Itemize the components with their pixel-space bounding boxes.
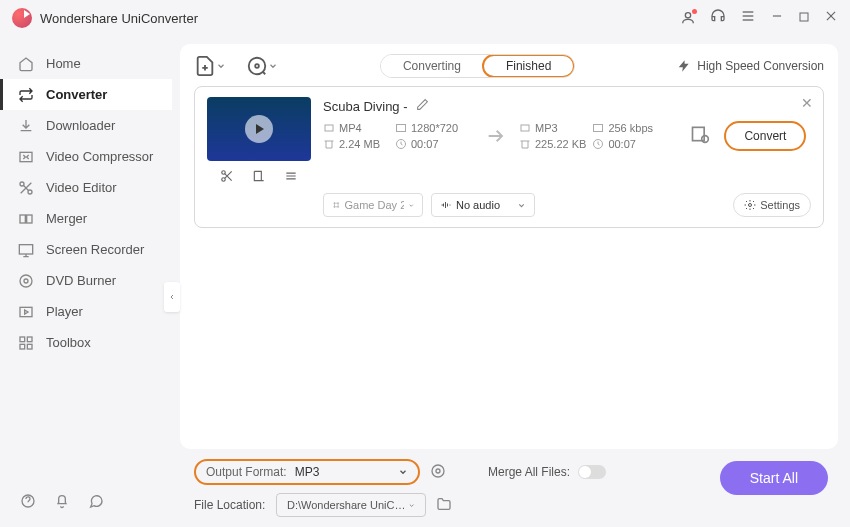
high-speed-text: High Speed Conversion (697, 59, 824, 73)
add-file-button[interactable] (194, 55, 226, 77)
output-settings-icon[interactable] (690, 124, 710, 148)
arrow-icon (485, 125, 507, 147)
src-res: 1280*720 (411, 122, 458, 134)
svg-rect-17 (20, 337, 25, 342)
sidebar-label: Downloader (46, 118, 115, 133)
sidebar-label: DVD Burner (46, 273, 116, 288)
sidebar-label: Player (46, 304, 83, 319)
sidebar-item-dvd[interactable]: DVD Burner (0, 265, 172, 296)
sidebar-label: Video Compressor (46, 149, 153, 164)
tool-icons (194, 55, 278, 77)
sidebar-label: Converter (46, 87, 107, 102)
svg-point-36 (749, 204, 752, 207)
sidebar-item-downloader[interactable]: Downloader (0, 110, 172, 141)
dst-bitrate: 256 kbps (608, 122, 653, 134)
svg-rect-29 (397, 125, 406, 132)
merge-toggle-group: Merge All Files: (488, 465, 606, 479)
sidebar-label: Screen Recorder (46, 242, 144, 257)
file-card: ✕ Scuba Diving - (194, 86, 824, 228)
settings-button[interactable]: Settings (733, 193, 811, 217)
file-location-value: D:\Wondershare UniConverter (287, 499, 408, 511)
sidebar-item-toolbox[interactable]: Toolbox (0, 327, 172, 358)
sidebar-item-recorder[interactable]: Screen Recorder (0, 234, 172, 265)
svg-point-14 (20, 275, 32, 287)
output-format-label: Output Format: (206, 465, 287, 479)
play-icon (245, 115, 273, 143)
footer-icons (20, 493, 104, 513)
account-icon[interactable] (680, 10, 696, 26)
notification-dot-icon (692, 9, 697, 14)
content: Converting Finished High Speed Conversio… (172, 36, 850, 527)
sidebar-item-compressor[interactable]: Video Compressor (0, 141, 172, 172)
tab-finished[interactable]: Finished (482, 54, 575, 78)
svg-rect-19 (20, 344, 25, 349)
sidebar-item-player[interactable]: Player (0, 296, 172, 327)
main-layout: Home Converter Downloader Video Compress… (0, 36, 850, 527)
svg-rect-16 (20, 307, 32, 316)
high-speed-label[interactable]: High Speed Conversion (677, 59, 824, 73)
svg-rect-20 (27, 344, 32, 349)
file-location-select[interactable]: D:\Wondershare UniConverter (276, 493, 426, 517)
output-format-value: MP3 (295, 465, 320, 479)
file-title: Scuba Diving - (323, 99, 408, 114)
crop-icon[interactable] (252, 169, 266, 187)
file-info: Scuba Diving - MP4 2.24 MB 1280*720 00:0… (323, 97, 811, 187)
svg-rect-32 (594, 125, 603, 132)
menu-icon[interactable] (740, 8, 756, 28)
subtitle-value: Game Day 201... (345, 199, 404, 211)
dst-format: MP3 (535, 122, 558, 134)
more-icon[interactable] (284, 169, 298, 187)
sidebar-label: Merger (46, 211, 87, 226)
svg-point-37 (432, 465, 444, 477)
audio-select[interactable]: No audio (431, 193, 535, 217)
meta-grid: MP4 2.24 MB 1280*720 00:07 MP3 225.22 KB (323, 121, 811, 151)
edit-title-icon[interactable] (416, 97, 429, 115)
feedback-icon[interactable] (88, 493, 104, 513)
tab-segment: Converting Finished (380, 54, 575, 78)
svg-rect-11 (20, 215, 25, 223)
trim-icon[interactable] (220, 169, 234, 187)
titlebar: Wondershare UniConverter (0, 0, 850, 36)
preview-icon[interactable] (430, 463, 446, 482)
tab-converting[interactable]: Converting (381, 55, 483, 77)
thumb-tools (207, 169, 311, 187)
src-dur: 00:07 (411, 138, 439, 150)
second-row: Game Day 201... No audio Settings (323, 193, 811, 217)
maximize-icon[interactable] (798, 9, 810, 27)
output-format-select[interactable]: Output Format: MP3 (194, 459, 420, 485)
settings-label: Settings (760, 199, 800, 211)
sidebar: Home Converter Downloader Video Compress… (0, 36, 172, 527)
minimize-icon[interactable] (770, 9, 784, 27)
notification-icon[interactable] (54, 493, 70, 513)
video-thumbnail[interactable] (207, 97, 311, 161)
collapse-sidebar-button[interactable] (164, 282, 180, 312)
svg-point-22 (255, 64, 259, 68)
sidebar-item-editor[interactable]: Video Editor (0, 172, 172, 203)
support-icon[interactable] (710, 8, 726, 28)
title-left: Wondershare UniConverter (12, 8, 198, 28)
audio-value: No audio (456, 199, 500, 211)
close-icon[interactable] (824, 9, 838, 27)
add-dvd-button[interactable] (246, 55, 278, 77)
merge-toggle[interactable] (578, 465, 606, 479)
merge-label: Merge All Files: (488, 465, 570, 479)
sidebar-label: Toolbox (46, 335, 91, 350)
toolbar: Converting Finished High Speed Conversio… (194, 54, 824, 78)
top-panel: Converting Finished High Speed Conversio… (180, 44, 838, 449)
title-right (680, 8, 838, 28)
start-all-button[interactable]: Start All (720, 461, 828, 495)
remove-file-icon[interactable]: ✕ (801, 95, 813, 111)
svg-rect-31 (521, 125, 529, 131)
svg-point-15 (24, 279, 28, 283)
src-format: MP4 (339, 122, 362, 134)
convert-button[interactable]: Convert (724, 121, 806, 151)
subtitle-select[interactable]: Game Day 201... (323, 193, 423, 217)
svg-rect-5 (800, 13, 808, 21)
sidebar-item-converter[interactable]: Converter (0, 79, 172, 110)
svg-point-0 (685, 13, 690, 18)
help-icon[interactable] (20, 493, 36, 513)
thumb-wrap (207, 97, 311, 187)
sidebar-item-merger[interactable]: Merger (0, 203, 172, 234)
sidebar-item-home[interactable]: Home (0, 48, 172, 79)
open-folder-icon[interactable] (436, 496, 452, 515)
